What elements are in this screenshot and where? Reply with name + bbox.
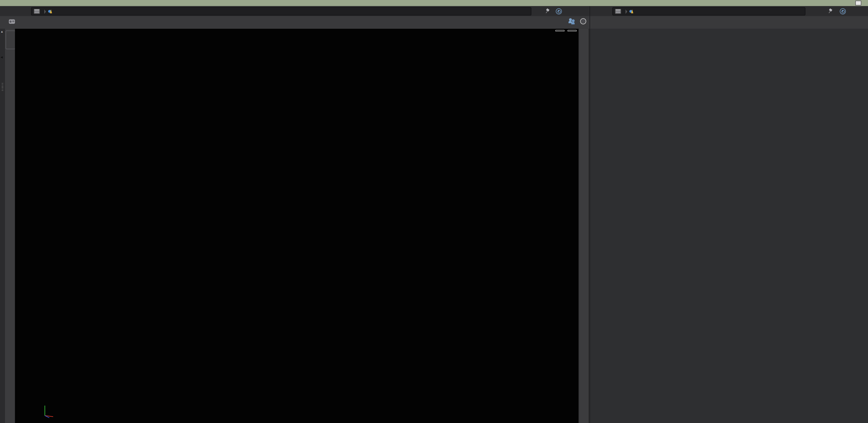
scene-path-field[interactable] [31, 7, 531, 15]
houdini-window: ▲ ◀ [0, 0, 868, 423]
pin-pane-icon[interactable] [829, 9, 833, 13]
viewport-left-toolbar [5, 29, 16, 423]
help-icon[interactable] [580, 18, 586, 24]
viewport-render [15, 29, 579, 423]
scene-path-bar [0, 6, 590, 17]
strip-grip-handle[interactable] [1, 83, 3, 91]
strip-expand-icon[interactable]: ▲ [0, 30, 3, 33]
network-editor-canvas[interactable] [590, 29, 868, 423]
pin-pane-icon[interactable] [546, 9, 550, 13]
breadcrumb-separator-icon [44, 9, 46, 13]
scene-view-header [0, 16, 590, 29]
axis-gizmo [40, 401, 59, 420]
viewport-camera-icon[interactable] [9, 20, 15, 24]
follow-selection-icon[interactable] [840, 8, 846, 14]
camera-select-button[interactable] [567, 30, 577, 31]
primitive-group-frame [5, 31, 15, 49]
node-wires [590, 29, 868, 423]
obj-context-icon [34, 9, 40, 14]
desktop-users-icon[interactable] [568, 18, 575, 24]
breadcrumb-separator-icon [625, 9, 627, 13]
viewport-3d[interactable] [15, 29, 579, 423]
tab-bar-controls [855, 0, 866, 5]
network-path-bar [590, 6, 868, 17]
pane-edge-strip: ▲ ◀ [0, 29, 5, 423]
viewport-display-toolbar [579, 29, 588, 423]
strip-collapse-icon[interactable]: ◀ [0, 55, 2, 59]
scene-view-body: ▲ ◀ [0, 29, 590, 423]
follow-selection-icon[interactable] [556, 8, 562, 14]
network-menu-bar [590, 16, 868, 29]
network-path-field[interactable] [612, 7, 806, 15]
geometry-node-icon [629, 9, 634, 13]
network-editor-pane [590, 6, 868, 423]
obj-context-icon [615, 9, 621, 14]
geometry-node-icon [48, 9, 53, 13]
projection-button[interactable] [555, 30, 565, 31]
pane-maximize-icon[interactable] [855, 0, 862, 5]
scene-view-pane: ▲ ◀ [0, 6, 590, 423]
pane-tab-bar [0, 0, 868, 6]
